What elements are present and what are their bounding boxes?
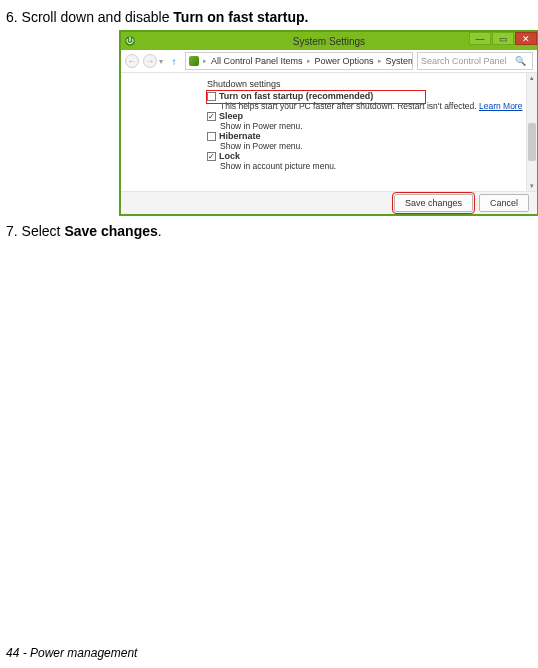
- address-toolbar: ← → ▾ ↑ ▸ All Control Panel Items ▸ Powe…: [121, 50, 537, 73]
- power-options-icon: [123, 34, 137, 48]
- hibernate-checkbox[interactable]: [207, 132, 216, 141]
- crumb-2[interactable]: System Settings: [386, 56, 413, 66]
- step-6-text: 6. Scroll down and disable: [6, 9, 173, 25]
- save-changes-button[interactable]: Save changes: [394, 194, 473, 212]
- hibernate-description: Show in Power menu.: [220, 141, 531, 151]
- crumb-sep-icon: ▸: [377, 57, 383, 65]
- option-hibernate: Hibernate: [207, 131, 531, 141]
- search-input[interactable]: Search Control Panel 🔍: [417, 52, 533, 70]
- sleep-label: Sleep: [219, 111, 243, 121]
- page-footer: 44 - Power management: [6, 646, 137, 660]
- step-6-instruction: 6. Scroll down and disable Turn on fast …: [6, 8, 532, 26]
- step-6-bold: Turn on fast startup.: [173, 9, 308, 25]
- option-sleep: Sleep: [207, 111, 531, 121]
- control-panel-icon: [189, 56, 199, 66]
- lock-description: Show in account picture menu.: [220, 161, 531, 171]
- scroll-up-icon[interactable]: ▴: [527, 73, 537, 83]
- step-7-text: 7. Select: [6, 223, 64, 239]
- crumb-0[interactable]: All Control Panel Items: [211, 56, 303, 66]
- nav-forward-button[interactable]: →: [143, 54, 157, 68]
- scroll-down-icon[interactable]: ▾: [527, 181, 537, 191]
- sleep-description: Show in Power menu.: [220, 121, 531, 131]
- learn-more-link[interactable]: Learn More: [479, 101, 522, 111]
- system-settings-screenshot: System Settings — ▭ ✕ ← → ▾ ↑ ▸ All Cont…: [119, 30, 538, 216]
- fast-startup-description: This helps start your PC faster after sh…: [220, 101, 531, 111]
- minimize-button[interactable]: —: [469, 32, 491, 45]
- nav-back-button[interactable]: ←: [125, 54, 139, 68]
- fast-startup-checkbox[interactable]: [207, 92, 216, 101]
- shutdown-settings-heading: Shutdown settings: [207, 79, 531, 89]
- fast-startup-label: Turn on fast startup (recommended): [219, 91, 373, 101]
- cancel-button[interactable]: Cancel: [479, 194, 529, 212]
- option-lock: Lock: [207, 151, 531, 161]
- sleep-checkbox[interactable]: [207, 112, 216, 121]
- vertical-scrollbar[interactable]: ▴ ▾: [526, 73, 537, 191]
- scroll-thumb[interactable]: [528, 123, 536, 161]
- search-placeholder: Search Control Panel: [421, 56, 507, 66]
- settings-content: ▴ ▾ Shutdown settings Turn on fast start…: [121, 73, 537, 191]
- lock-checkbox[interactable]: [207, 152, 216, 161]
- crumb-sep-icon: ▸: [202, 57, 208, 65]
- option-fast-startup: Turn on fast startup (recommended): [207, 91, 531, 101]
- crumb-sep-icon: ▸: [306, 57, 312, 65]
- window-controls: — ▭ ✕: [468, 32, 537, 50]
- dialog-button-bar: Save changes Cancel: [121, 191, 537, 214]
- maximize-button[interactable]: ▭: [492, 32, 514, 45]
- hibernate-label: Hibernate: [219, 131, 261, 141]
- window-titlebar: System Settings — ▭ ✕: [121, 32, 537, 50]
- crumb-1[interactable]: Power Options: [315, 56, 374, 66]
- step-7-instruction: 7. Select Save changes.: [6, 222, 532, 240]
- nav-up-button[interactable]: ↑: [167, 54, 181, 68]
- close-button[interactable]: ✕: [515, 32, 537, 45]
- nav-history-dropdown[interactable]: ▾: [159, 57, 163, 66]
- step-7-bold: Save changes: [64, 223, 157, 239]
- breadcrumb[interactable]: ▸ All Control Panel Items ▸ Power Option…: [185, 52, 413, 70]
- step-7-suffix: .: [158, 223, 162, 239]
- search-icon: 🔍: [515, 56, 526, 66]
- lock-label: Lock: [219, 151, 240, 161]
